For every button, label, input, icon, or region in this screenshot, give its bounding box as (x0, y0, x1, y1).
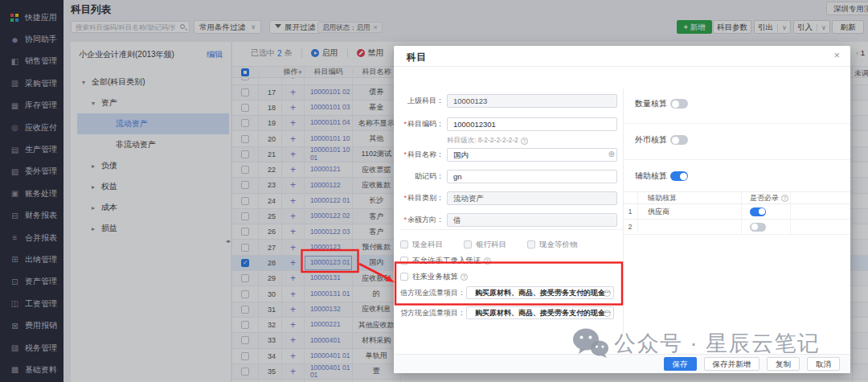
aux-row-name[interactable] (637, 220, 741, 234)
checkbox[interactable] (400, 240, 408, 249)
form-field: 助记码： gn (400, 170, 619, 183)
toggle-switch[interactable] (670, 99, 688, 109)
dialog-title: 科目 (407, 51, 426, 64)
toggle-switch[interactable] (670, 171, 688, 181)
aux-accounting-table: 辅助核算 是否必录 1 供应商 2 (623, 191, 850, 235)
help-icon[interactable] (484, 257, 491, 265)
toggle-label: 数量核算 (635, 98, 670, 109)
toggle-label: 外币核算 (635, 134, 670, 146)
help-icon[interactable] (461, 273, 468, 281)
form-field: 科目名称： 国内 (400, 148, 619, 162)
field-label: 助记码： (400, 170, 444, 183)
required-toggle[interactable] (750, 207, 766, 216)
dialog-button[interactable]: 取消 (807, 357, 840, 371)
aux-table-row: 1 供应商 (623, 204, 850, 220)
aux-table-header: 辅助核算 是否必录 (623, 191, 850, 204)
field-input[interactable]: 国内 (447, 148, 617, 162)
globe-icon (608, 150, 615, 158)
no-manual-voucher-checkbox[interactable]: 不允许手工录入凭证 (400, 256, 491, 265)
cashflow-label: 贷方现金流量项目： (400, 306, 465, 320)
field-label: 科目类别： (400, 191, 444, 205)
cashflow-input[interactable]: 购买原材料、商品、接受劳务支付的现金 (466, 306, 614, 319)
subject-dialog: 科目 上级科目： 10000123 科目编码： 1000012301 科目级次:… (394, 46, 850, 373)
help-icon[interactable] (781, 195, 788, 202)
dialog-button[interactable]: 保存并新增 (704, 357, 760, 371)
aux-table-row: 2 (623, 220, 850, 235)
checkbox-label: 现金等价物 (539, 240, 578, 250)
checkbox[interactable] (400, 273, 408, 281)
checkbox-label: 银行科目 (476, 240, 506, 250)
field-input[interactable]: 10000123 (447, 94, 617, 108)
dialog-body: 上级科目： 10000123 科目编码： 1000012301 科目级次: 8-… (394, 67, 850, 354)
cashflow-input[interactable]: 购买原材料、商品、接受劳务支付的现金 (466, 286, 614, 299)
dialog-button[interactable]: 复制 (767, 357, 800, 371)
aux-header-required: 是否必录 (741, 192, 790, 203)
toggle-label: 辅助核算 (635, 170, 670, 182)
ellipsis-icon[interactable] (604, 290, 611, 297)
checkbox-row: 现金科目 银行科目 现金等价物 (400, 240, 599, 249)
field-label: 科目名称： (400, 148, 444, 162)
aux-row-number: 2 (623, 223, 637, 231)
required-toggle[interactable] (750, 223, 766, 232)
app-screen: 快捷应用 ☻ 协同助手 ◧ 销售管理 ▥ 采购管理 ▦ 库存管理 ◎ 应收应付 … (0, 0, 868, 382)
close-icon[interactable] (833, 49, 840, 61)
field-label: 余额方向： (400, 213, 444, 227)
business-accounting-checkbox[interactable]: 往来业务核算 (400, 272, 468, 281)
field-label: 上级科目： (400, 94, 444, 108)
toggle-switch[interactable] (670, 135, 688, 145)
help-icon[interactable] (521, 138, 528, 145)
checkbox[interactable] (400, 257, 408, 265)
aux-header-name: 辅助核算 (637, 192, 741, 203)
checkbox[interactable] (527, 240, 535, 249)
checkbox-item[interactable]: 现金等价物 (527, 240, 578, 250)
toggle-row: 辅助核算 (635, 170, 688, 182)
aux-row-name[interactable]: 供应商 (637, 204, 741, 219)
field-input[interactable]: 1000012301 (447, 117, 617, 131)
toggle-row: 数量核算 (635, 98, 688, 109)
checkbox-item[interactable]: 银行科目 (464, 240, 506, 250)
toggle-row: 外币核算 (635, 134, 688, 146)
checkbox-label: 现金科目 (412, 240, 443, 250)
dialog-footer: 保存保存并新增复制取消 (394, 354, 850, 373)
dialog-header: 科目 (394, 46, 850, 67)
form-field: 科目编码： 1000012301 (400, 117, 619, 131)
form-field: 上级科目： 10000123 (400, 94, 619, 108)
form-field: 科目类别： 流动资产 (400, 191, 619, 205)
checkbox[interactable] (464, 240, 472, 249)
cashflow-label: 借方现金流量项目： (400, 286, 465, 300)
dialog-button[interactable]: 保存 (664, 357, 697, 371)
field-input[interactable]: 流动资产 (447, 191, 617, 205)
checkbox-item[interactable]: 现金科目 (400, 240, 443, 250)
field-label: 科目编码： (400, 117, 444, 131)
level-hint: 科目级次: 8-2-2-2-2-2-2 (447, 136, 528, 146)
form-field: 余额方向： 借 (400, 213, 619, 227)
field-input[interactable]: gn (447, 170, 617, 183)
field-input[interactable]: 借 (447, 213, 617, 227)
aux-row-number: 1 (623, 207, 637, 216)
ellipsis-icon[interactable] (604, 310, 611, 317)
